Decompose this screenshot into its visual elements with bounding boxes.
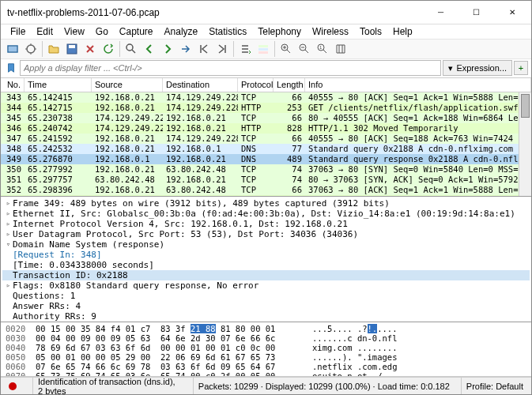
expert-dot-icon [9, 382, 17, 390]
detail-line[interactable]: [Request In: 348] [2, 250, 530, 260]
packet-row[interactable]: 34965.276870192.168.0.1192.168.0.21DNS48… [1, 154, 531, 164]
status-field: Identification of transaction (dns.id), … [32, 378, 187, 394]
goto-icon[interactable] [177, 40, 194, 58]
autoscroll-icon[interactable] [236, 40, 254, 58]
status-profile[interactable]: Profile: Default [461, 378, 528, 394]
first-icon[interactable] [195, 40, 213, 58]
colorize-icon[interactable] [255, 40, 272, 58]
menu-capture[interactable]: Capture [115, 24, 158, 39]
zoom-reset-icon[interactable]: 1 [314, 40, 331, 58]
prev-icon[interactable] [141, 40, 158, 58]
hex-line[interactable]: 003000 04 00 09 00 09 05 63 64 6e 2d 30 … [6, 333, 526, 343]
detail-line[interactable]: Authority RRs: 9 [2, 311, 530, 322]
svg-rect-6 [258, 45, 268, 47]
find-icon[interactable] [123, 40, 140, 58]
column-header[interactable]: Source [92, 78, 163, 92]
display-filter-input[interactable] [20, 60, 441, 76]
menu-tools[interactable]: Tools [355, 24, 387, 39]
hex-line[interactable]: 004078 69 6d 67 03 63 6f 6d 00 00 01 00 … [6, 343, 526, 352]
column-header[interactable]: Length [274, 78, 305, 92]
titlebar: tv-netflix-problems-2011-07-06.pcap ─ ☐ … [1, 1, 531, 24]
packet-row[interactable]: 34465.142715192.168.0.21174.129.249.228H… [1, 103, 531, 113]
menu-file[interactable]: File [6, 24, 30, 39]
interfaces-icon[interactable] [4, 40, 21, 58]
reload-icon[interactable] [100, 40, 117, 58]
scrollbar-thumb[interactable] [521, 94, 530, 118]
separator [274, 41, 275, 57]
detail-line[interactable]: Questions: 1 [2, 291, 530, 301]
menu-analyze[interactable]: Analyze [160, 24, 203, 39]
menu-help[interactable]: Help [388, 24, 417, 39]
detail-line[interactable]: [Time: 0.034338000 seconds] [2, 260, 530, 270]
menu-view[interactable]: View [59, 24, 89, 39]
status-packets: Packets: 10299 · Displayed: 10299 (100.0… [193, 378, 455, 394]
svg-rect-1 [9, 47, 17, 51]
column-header[interactable]: Protocol [238, 78, 274, 92]
detail-line[interactable]: Answer RRs: 4 [2, 301, 530, 311]
menu-statistics[interactable]: Statistics [204, 24, 251, 39]
svg-text:1: 1 [319, 45, 323, 50]
minimize-button[interactable]: ─ [423, 1, 458, 24]
menu-edit[interactable]: Edit [32, 24, 58, 39]
status-expert[interactable] [4, 378, 26, 394]
separator [233, 41, 234, 57]
column-header[interactable]: Destination [163, 78, 238, 92]
zoom-out-icon[interactable] [296, 40, 313, 58]
packet-row[interactable]: 34565.230738174.129.249.228192.168.0.21T… [1, 113, 531, 123]
resize-cols-icon[interactable] [332, 40, 349, 58]
last-icon[interactable] [213, 40, 231, 58]
detail-line[interactable]: Additional RRs: 9 [2, 322, 530, 323]
packet-bytes-pane[interactable]: 002000 15 00 35 84 f4 01 c7 83 3f 21 88 … [1, 322, 531, 377]
svg-rect-7 [258, 48, 268, 51]
maximize-button[interactable]: ☐ [458, 1, 494, 24]
menubar: FileEditViewGoCaptureAnalyzeStatisticsTe… [1, 24, 531, 39]
packet-list-header[interactable]: No.TimeSourceDestinationProtocolLengthIn… [1, 78, 531, 92]
close-button[interactable]: ✕ [494, 1, 530, 24]
detail-line[interactable]: ▿Domain Name System (response) [2, 239, 530, 250]
separator [119, 41, 120, 57]
packet-row[interactable]: 35165.29775763.80.242.48192.168.0.21TCP7… [1, 175, 531, 185]
close-file-icon[interactable] [81, 40, 99, 58]
packet-details-pane[interactable]: ▹Frame 349: 489 bytes on wire (3912 bits… [1, 197, 531, 323]
hex-line[interactable]: 002000 15 00 35 84 f4 01 c7 83 3f 21 88 … [6, 324, 526, 333]
window-title: tv-netflix-problems-2011-07-06.pcap [7, 7, 423, 18]
open-icon[interactable] [45, 40, 62, 58]
packet-row[interactable]: 34665.240742174.129.249.228192.168.0.21H… [1, 123, 531, 134]
packet-row[interactable]: 34765.241592192.168.0.21174.129.249.228T… [1, 134, 531, 144]
svg-point-2 [27, 45, 35, 53]
hex-line[interactable]: 006007 6e 65 74 66 6c 69 78 03 63 6f 6d … [6, 362, 526, 371]
scrollbar[interactable] [519, 92, 531, 196]
menu-wireless[interactable]: Wireless [308, 24, 353, 39]
detail-line[interactable]: ▹Frame 349: 489 bytes on wire (3912 bits… [2, 198, 530, 209]
bookmark-icon[interactable] [4, 61, 18, 75]
menu-telephony[interactable]: Telephony [253, 24, 306, 39]
detail-line[interactable]: ▹Ethernet II, Src: Globalsc_00:3b:0a (f0… [2, 209, 530, 219]
detail-line[interactable]: ▹Internet Protocol Version 4, Src: 192.1… [2, 219, 530, 229]
expression-button[interactable]: ▾ Expression... [443, 60, 512, 76]
detail-line[interactable]: ▹User Datagram Protocol, Src Port: 53 (5… [2, 229, 530, 239]
save-icon[interactable] [63, 40, 81, 58]
packet-row[interactable]: 35265.298396192.168.0.2163.80.242.48TCP6… [1, 185, 531, 195]
svg-rect-4 [69, 45, 75, 48]
toolbar: 1 [1, 39, 531, 59]
hex-line[interactable]: 005005 00 01 00 00 05 29 00 22 06 69 6d … [6, 352, 526, 362]
column-header[interactable]: No. [1, 78, 25, 92]
separator [42, 41, 43, 57]
column-header[interactable]: Info [305, 78, 531, 92]
options-icon[interactable] [22, 40, 40, 58]
add-filter-button[interactable]: + [514, 61, 528, 75]
packet-row[interactable]: 34365.142415192.168.0.21174.129.249.228T… [1, 92, 531, 103]
packet-row[interactable]: 35065.277992192.168.0.2163.80.242.48TCP7… [1, 164, 531, 175]
next-icon[interactable] [159, 40, 176, 58]
packet-list-body[interactable]: 34365.142415192.168.0.21174.129.249.228T… [1, 92, 531, 197]
packet-list-pane: No.TimeSourceDestinationProtocolLengthIn… [1, 78, 531, 197]
filter-bar: ▾ Expression... + [1, 59, 531, 78]
window-buttons: ─ ☐ ✕ [423, 1, 530, 24]
zoom-in-icon[interactable] [277, 40, 295, 58]
detail-line[interactable]: Transaction ID: 0x2188 [2, 270, 530, 280]
menu-go[interactable]: Go [91, 24, 113, 39]
column-header[interactable]: Time [25, 78, 92, 92]
status-bar: Identification of transaction (dns.id), … [1, 377, 531, 394]
detail-line[interactable]: ▹Flags: 0x8180 Standard query response, … [2, 280, 530, 291]
packet-row[interactable]: 34865.242532192.168.0.21192.168.0.1DNS77… [1, 144, 531, 154]
